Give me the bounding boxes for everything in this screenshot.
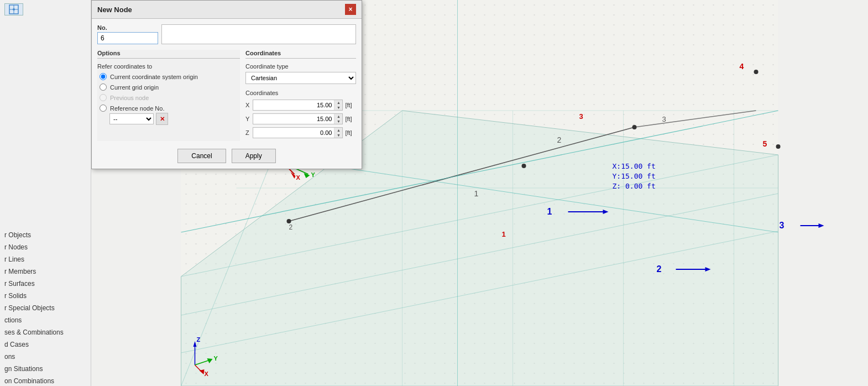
coord-type-group: Coordinate type Cartesian Cylindrical Sp… [245, 63, 356, 84]
y-spinners: ▲ ▼ [334, 114, 342, 124]
svg-point-26 [754, 70, 759, 74]
svg-text:Y: Y [311, 171, 316, 178]
radio-0[interactable] [100, 73, 107, 80]
svg-text:1: 1 [474, 189, 479, 198]
sidebar-item-2[interactable]: r Lines [0, 253, 91, 265]
options-panel: Options Refer coordinates to Current coo… [97, 50, 240, 141]
y-spin-up[interactable]: ▲ [334, 114, 342, 119]
radio-group: Current coordinate system origin Current… [97, 73, 240, 112]
y-input-wrap: ▲ ▼ [253, 113, 343, 124]
z-spin-up[interactable]: ▲ [334, 128, 342, 133]
svg-text:Y:15.00 ft: Y:15.00 ft [613, 172, 656, 180]
svg-point-22 [522, 164, 526, 168]
dialog-body: No. Options Refer coordinates to [92, 19, 362, 169]
dialog-title: New Node [97, 6, 132, 14]
radio-item-1[interactable]: Current grid origin [100, 84, 240, 91]
dialog-titlebar: New Node × [92, 1, 362, 19]
y-axis-label: Y [245, 116, 250, 122]
options-header: Options [97, 50, 240, 59]
z-input-wrap: ▲ ▼ [253, 127, 343, 138]
apply-button[interactable]: Apply [232, 149, 276, 163]
svg-text:2: 2 [289, 223, 293, 231]
node-no-label: No. [97, 24, 158, 31]
new-node-dialog: New Node × No. Options [91, 0, 362, 169]
radio-3[interactable] [100, 105, 107, 112]
svg-text:3: 3 [662, 115, 666, 123]
coords-values-label: Coordinates [245, 90, 356, 96]
sidebar-item-9[interactable]: d Cases [0, 338, 91, 351]
svg-text:Z: 0.00 ft: Z: 0.00 ft [613, 182, 656, 190]
radio-item-2[interactable]: Previous node [100, 94, 240, 101]
cancel-button[interactable]: Cancel [177, 149, 226, 163]
x-spin-up[interactable]: ▲ [334, 100, 342, 105]
ref-node-select[interactable]: -- [109, 113, 154, 124]
node-tool-icon [8, 4, 19, 15]
sidebar-item-4[interactable]: r Surfaces [0, 278, 91, 290]
sidebar-item-10[interactable]: ons [0, 351, 91, 363]
sidebar-item-11[interactable]: gn Situations [0, 363, 91, 375]
dialog-buttons: Cancel Apply [97, 149, 356, 163]
sidebar-item-7[interactable]: ctions [0, 314, 91, 326]
ref-node-x-icon: ✕ [160, 116, 165, 123]
svg-text:2: 2 [557, 135, 562, 144]
coord-row-x: X ▲ ▼ [ft] [245, 100, 356, 111]
dialog-close-button[interactable]: × [345, 4, 356, 15]
sidebar-tool-icon[interactable] [4, 3, 23, 15]
radio-label-3: Reference node No. [110, 105, 164, 112]
coords-panel-header: Coordinates [245, 50, 356, 59]
coords-panel: Coordinates Coordinate type Cartesian Cy… [245, 50, 356, 141]
z-unit: [ft] [345, 129, 356, 136]
svg-marker-53 [819, 223, 824, 228]
x-input[interactable] [253, 101, 334, 109]
sidebar-item-12[interactable]: on Combinations [0, 375, 91, 386]
svg-text:1: 1 [547, 207, 552, 216]
ref-node-clear-button[interactable]: ✕ [156, 113, 168, 125]
sidebar-items: r Objects r Nodes r Lines r Members r Su… [0, 19, 91, 386]
sidebar-item-8[interactable]: ses & Combinations [0, 326, 91, 338]
x-spin-down[interactable]: ▼ [334, 105, 342, 110]
main-area: 1 2 3 4 5 1 3 2 Z [91, 0, 868, 386]
x-unit: [ft] [345, 102, 356, 108]
radio-2[interactable] [100, 94, 107, 101]
z-spin-down[interactable]: ▼ [334, 133, 342, 138]
sidebar-item-0[interactable]: r Objects [0, 229, 91, 241]
svg-point-20 [287, 219, 291, 223]
coord-row-y: Y ▲ ▼ [ft] [245, 113, 356, 124]
sidebar-item-6[interactable]: r Special Objects [0, 302, 91, 314]
z-input[interactable] [253, 128, 334, 137]
x-spinners: ▲ ▼ [334, 100, 342, 110]
y-spin-down[interactable]: ▼ [334, 119, 342, 124]
y-unit: [ft] [345, 116, 356, 122]
refer-label: Refer coordinates to [97, 63, 240, 70]
node-row: No. [97, 24, 356, 44]
svg-text:5: 5 [763, 139, 767, 148]
svg-text:4: 4 [740, 62, 744, 71]
coord-type-label: Coordinate type [245, 63, 356, 70]
radio-item-0[interactable]: Current coordinate system origin [100, 73, 240, 80]
sidebar-item-1[interactable]: r Nodes [0, 241, 91, 253]
ref-node-row: -- ✕ [97, 113, 240, 125]
y-input[interactable] [253, 114, 334, 123]
svg-text:X:15.00 ft: X:15.00 ft [613, 162, 656, 170]
sidebar-item-3[interactable]: r Members [0, 265, 91, 278]
node-name-input[interactable] [161, 24, 356, 44]
svg-text:1: 1 [502, 230, 506, 238]
radio-item-3[interactable]: Reference node No. [100, 105, 240, 112]
svg-point-24 [632, 125, 637, 129]
x-input-wrap: ▲ ▼ [253, 100, 343, 111]
node-no-input[interactable] [97, 32, 158, 44]
svg-point-28 [776, 144, 781, 149]
svg-text:X: X [296, 174, 301, 181]
radio-1[interactable] [100, 84, 107, 91]
two-col: Options Refer coordinates to Current coo… [97, 50, 356, 141]
coord-row-z: Z ▲ ▼ [ft] [245, 127, 356, 138]
svg-text:3: 3 [780, 221, 785, 230]
svg-text:3: 3 [579, 112, 583, 121]
z-axis-label: Z [245, 129, 250, 136]
x-axis-label: X [245, 102, 250, 108]
svg-text:Y: Y [214, 355, 218, 362]
dialog-overlay: New Node × No. Options [91, 0, 362, 169]
radio-label-2: Previous node [110, 95, 149, 101]
sidebar-item-5[interactable]: r Solids [0, 290, 91, 302]
coord-type-select[interactable]: Cartesian Cylindrical Spherical [245, 72, 356, 84]
